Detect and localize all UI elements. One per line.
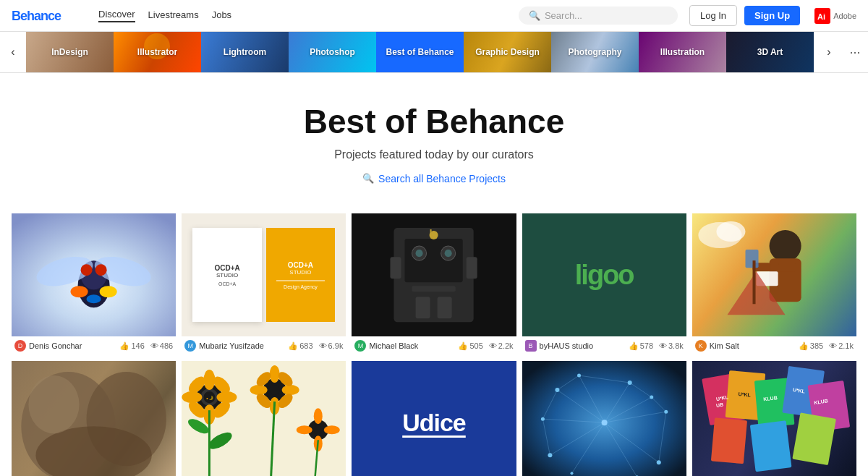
hero-section: Best of Behance Projects featured today … [0, 73, 868, 199]
cat-photography[interactable]: Photography [551, 32, 639, 72]
svg-rect-24 [405, 239, 463, 282]
item-meta-1: D Denis Gonchar 👍 146 👁 486 [12, 336, 176, 355]
adobe-label: Adobe [833, 12, 856, 20]
cat-more-button[interactable]: ··· [842, 32, 868, 72]
cat-photoshop-label: Photoshop [289, 32, 376, 72]
gallery-item-2[interactable]: OCD+A STUDIO OCD+A OCD+A STUDIO Design A… [182, 213, 346, 355]
svg-point-17 [81, 264, 93, 276]
svg-rect-40 [778, 263, 796, 271]
hero-search-label: Search all Behance Projects [378, 173, 506, 184]
svg-point-20 [100, 286, 117, 297]
cat-graphic-design-label: Graphic Design [464, 32, 551, 72]
gallery-item-10[interactable]: U*KL UB U*KL KLUB U*KL KLUB T Toby Ng 👍 … [692, 361, 856, 476]
item-meta-2: M Mubariz Yusifzade 👍 683 👁 6.9k [182, 336, 346, 355]
svg-rect-27 [412, 286, 456, 292]
item-meta-5: K Kim Salt 👍 385 👁 2.1k [692, 336, 856, 355]
svg-point-109 [627, 381, 631, 385]
cat-indesign[interactable]: InDesign [26, 32, 114, 72]
svg-point-108 [577, 374, 581, 378]
item-author-3: M Michael Black [354, 340, 418, 352]
nav-discover[interactable]: Discover [98, 9, 135, 22]
cat-illustration[interactable]: Illustration [639, 32, 726, 72]
cat-photoshop[interactable]: Photoshop [289, 32, 376, 72]
svg-rect-30 [391, 257, 401, 279]
cat-illustrator-label: Illustrator [114, 32, 201, 72]
header: Behance Discover Livestreams Jobs 🔍 Log … [0, 0, 868, 32]
item-stats-2: 👍 683 👁 6.9k [288, 341, 343, 351]
svg-text:Behance: Behance [12, 9, 61, 23]
cat-best-label: Best of Behance [376, 32, 464, 72]
svg-point-34 [416, 250, 423, 257]
nav-jobs[interactable]: Jobs [212, 9, 231, 22]
svg-point-113 [548, 454, 552, 458]
author-avatar-4: B [525, 340, 537, 352]
item-stats-4: 👍 578 👁 3.8k [629, 341, 684, 351]
views-4: 👁 3.8k [659, 341, 684, 350]
svg-point-110 [650, 396, 653, 399]
svg-point-21 [87, 294, 101, 303]
views-3: 👁 2.2k [489, 341, 514, 350]
cat-best[interactable]: Best of Behance [376, 32, 464, 72]
svg-rect-123 [711, 418, 747, 464]
author-avatar-5: K [695, 340, 707, 352]
views-5: 👁 2.1k [829, 341, 854, 350]
nav-livestreams[interactable]: Livestreams [148, 9, 199, 22]
behance-logo[interactable]: Behance [12, 8, 84, 24]
cat-3dart[interactable]: 3D Art [726, 32, 814, 72]
svg-point-37 [769, 230, 801, 262]
item-author-2: M Mubariz Yusifzade [184, 340, 264, 352]
cat-next-button[interactable]: › [816, 32, 842, 72]
category-bar: ‹ InDesign Illustrator [0, 32, 868, 73]
gallery-item-7[interactable]: J JUAN ER 👍 383 👁 2.2k [182, 361, 346, 476]
svg-point-111 [540, 417, 544, 421]
svg-rect-32 [416, 297, 430, 318]
svg-point-68 [250, 385, 268, 395]
author-avatar-2: M [184, 340, 196, 352]
gallery-item-6[interactable]: M Mitchell Rouse 👍 199 👁 1.4k [12, 361, 176, 476]
search-bar[interactable]: 🔍 [519, 7, 678, 25]
gallery-item-5[interactable]: K Kim Salt 👍 385 👁 2.1k [692, 213, 856, 355]
svg-point-58 [217, 391, 237, 403]
svg-rect-44 [752, 260, 755, 304]
login-button[interactable]: Log In [689, 5, 737, 26]
cat-graphic-design[interactable]: Graphic Design [464, 32, 551, 72]
search-icon: 🔍 [362, 173, 374, 184]
item-author-5: K Kim Salt [695, 340, 739, 352]
cat-photography-label: Photography [551, 32, 639, 72]
item-meta-3: M Michael Black 👍 505 👁 2.2k [352, 336, 516, 355]
item-meta-4: B byHAUS studio 👍 578 👁 3.8k [522, 336, 686, 355]
cat-illustration-label: Illustration [639, 32, 726, 72]
svg-point-19 [71, 286, 88, 297]
svg-point-46 [716, 221, 745, 242]
search-input[interactable] [545, 10, 668, 21]
search-icon: 🔍 [529, 10, 540, 21]
cat-illustrator[interactable]: Illustrator [114, 32, 201, 72]
likes-3: 👍 505 [458, 341, 482, 351]
cat-3dart-label: 3D Art [726, 32, 814, 72]
gallery-item-8[interactable]: Udice G Graphéine 👍 594 👁 4.7k [352, 361, 516, 476]
svg-rect-29 [430, 229, 432, 235]
gallery-item-4[interactable]: ligoo B byHAUS studio 👍 578 👁 3.8k [522, 213, 686, 355]
gallery-item-3[interactable]: M Michael Black 👍 505 👁 2.2k [352, 213, 516, 355]
likes-1: 👍 146 [119, 341, 144, 351]
svg-point-74 [270, 385, 280, 395]
signup-button[interactable]: Sign Up [744, 6, 800, 25]
likes-2: 👍 683 [288, 341, 312, 351]
cat-lightroom[interactable]: Lightroom [201, 32, 289, 72]
gallery-item-1[interactable]: D Denis Gonchar 👍 146 👁 486 [12, 213, 176, 355]
svg-point-78 [297, 426, 312, 435]
cat-lightroom-label: Lightroom [201, 32, 289, 72]
views-1: 👁 486 [150, 341, 173, 350]
hero-search-link[interactable]: 🔍 Search all Behance Projects [362, 173, 506, 184]
svg-point-87 [207, 399, 208, 400]
gallery-item-9[interactable]: M Multiple Owners ▾ 👍 965 👁 3.9k [522, 361, 686, 476]
svg-point-35 [445, 250, 452, 257]
svg-point-79 [324, 426, 340, 435]
svg-rect-33 [438, 297, 452, 318]
svg-point-76 [314, 409, 323, 425]
hero-title: Best of Behance [14, 102, 854, 141]
header-actions: Log In Sign Up Ai Adobe [689, 5, 856, 26]
item-author-1: D Denis Gonchar [14, 340, 82, 352]
cat-prev-button[interactable]: ‹ [0, 32, 26, 72]
gallery-grid: D Denis Gonchar 👍 146 👁 486 OCD+A STU [0, 199, 868, 476]
